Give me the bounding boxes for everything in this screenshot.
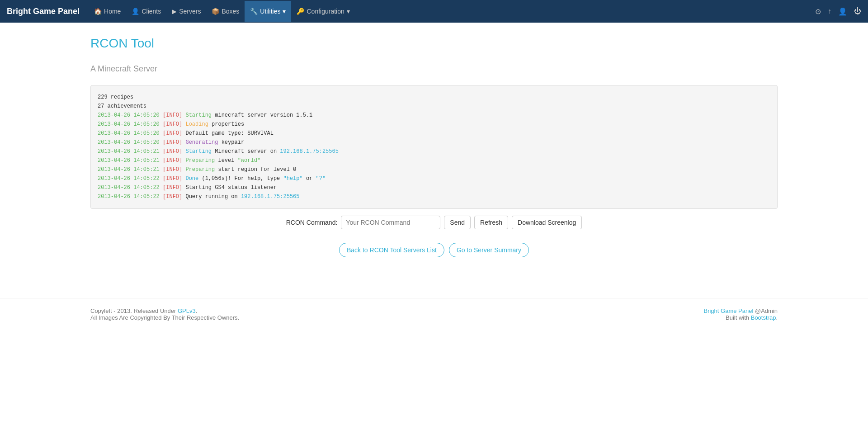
footer-brand-link[interactable]: Bright Game Panel bbox=[703, 307, 753, 314]
user-icon[interactable]: 👤 bbox=[838, 7, 847, 16]
brand-link[interactable]: Bright Game Panel bbox=[7, 7, 80, 16]
footer-brand-admin: Bright Game Panel @Admin bbox=[703, 307, 778, 314]
nav-item-home[interactable]: 🏠 Home bbox=[89, 1, 126, 22]
rcon-input[interactable] bbox=[341, 216, 440, 229]
nav-item-boxes[interactable]: 📦 Boxes bbox=[206, 1, 245, 22]
nav-item-servers[interactable]: ▶ Servers bbox=[166, 1, 206, 22]
nav-right-icons: ⊙ ↑ 👤 ⏻ bbox=[815, 7, 861, 16]
send-button[interactable]: Send bbox=[444, 216, 471, 229]
rcon-label: RCON Command: bbox=[286, 219, 338, 226]
footer-left: Copyleft - 2013. Released Under GPLv3. A… bbox=[90, 307, 239, 321]
dropdown-caret: ▾ bbox=[283, 8, 286, 15]
navbar: Bright Game Panel 🏠 Home 👤 Clients ▶ Ser… bbox=[0, 0, 868, 23]
boxes-icon: 📦 bbox=[212, 8, 219, 15]
go-to-server-summary-button[interactable]: Go to Server Summary bbox=[449, 243, 529, 257]
gplv3-link[interactable]: GPLv3 bbox=[178, 307, 196, 314]
rcon-command-row: RCON Command: Send Refresh Download Scre… bbox=[90, 216, 778, 229]
main-content: RCON Tool A Minecraft Server 229 recipes… bbox=[0, 23, 868, 298]
help-icon[interactable]: ⊙ bbox=[815, 7, 821, 16]
home-icon: 🏠 bbox=[94, 8, 102, 15]
nav-menu: 🏠 Home 👤 Clients ▶ Servers 📦 Bo bbox=[89, 1, 355, 22]
clients-icon: 👤 bbox=[132, 8, 139, 15]
nav-buttons-row: Back to RCON Tool Servers List Go to Ser… bbox=[90, 243, 778, 257]
footer: Copyleft - 2013. Released Under GPLv3. A… bbox=[0, 298, 868, 330]
server-subtitle: A Minecraft Server bbox=[90, 64, 778, 74]
footer-built: Built with Bootstrap. bbox=[703, 314, 778, 321]
nav-item-configuration[interactable]: 🔑 Configuration ▾ bbox=[291, 1, 355, 22]
upload-icon[interactable]: ↑ bbox=[828, 7, 831, 15]
footer-copyright: Copyleft - 2013. Released Under GPLv3. bbox=[90, 307, 239, 314]
servers-icon: ▶ bbox=[172, 8, 177, 15]
refresh-button[interactable]: Refresh bbox=[474, 216, 508, 229]
configuration-icon: 🔑 bbox=[297, 8, 304, 15]
bootstrap-link[interactable]: Bootstrap bbox=[751, 314, 776, 321]
footer-images: All Images Are Copyrighted By Their Resp… bbox=[90, 314, 239, 321]
nav-item-clients[interactable]: 👤 Clients bbox=[126, 1, 166, 22]
download-screenlog-button[interactable]: Download Screenlog bbox=[512, 216, 582, 229]
footer-right: Bright Game Panel @Admin Built with Boot… bbox=[703, 307, 778, 321]
power-icon[interactable]: ⏻ bbox=[854, 7, 861, 15]
footer-admin: @Admin bbox=[755, 307, 778, 314]
dropdown-caret-config: ▾ bbox=[347, 8, 350, 15]
page-title: RCON Tool bbox=[90, 36, 778, 51]
back-to-rcon-button[interactable]: Back to RCON Tool Servers List bbox=[339, 243, 444, 257]
nav-item-utilities[interactable]: 🔧 Utilities ▾ bbox=[245, 1, 291, 22]
utilities-icon: 🔧 bbox=[250, 8, 258, 15]
console-output: 229 recipes27 achievements2013-04-26 14:… bbox=[90, 85, 778, 209]
